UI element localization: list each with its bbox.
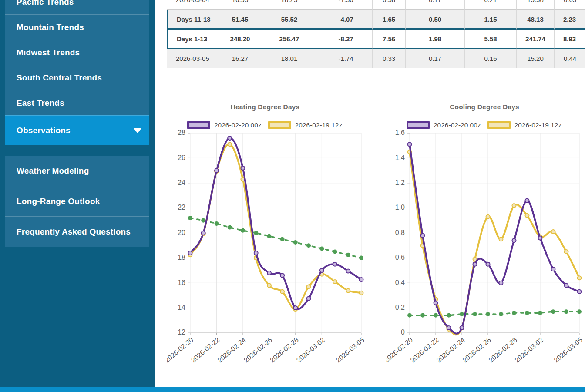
value-cell: 51.45 [221,10,259,29]
value-cell: 0.17 [406,0,465,10]
sidebar-item-long-range-outlook[interactable]: Long-Range Outlook [5,186,149,216]
svg-text:0: 0 [401,328,405,336]
value-cell: 248.20 [221,29,259,49]
svg-text:12: 12 [178,328,185,336]
value-cell: 0.16 [465,49,517,68]
sidebar-item-east-trends[interactable]: East Trends [5,90,149,115]
value-cell: 1.15 [465,10,517,29]
chevron-down-icon [134,128,141,133]
value-cell: -1.74 [319,49,373,68]
sidebar: Pacific TrendsMountain TrendsMidwest Tre… [0,0,155,387]
svg-text:0.4: 0.4 [395,279,405,286]
row-label: 2026-03-04 [167,0,221,10]
value-cell: 48.13 [517,10,555,29]
row-label: Days 11-13 [167,10,221,29]
table-row: 2026-03-0516.2718.01-1.740.330.170.1615.… [167,49,585,68]
value-cell: 2.23 [555,10,585,29]
value-cell: 0.17 [406,49,465,68]
svg-text:16: 16 [178,279,185,286]
value-cell: 15.38 [517,0,555,10]
svg-text:2026-02-24: 2026-02-24 [216,336,247,364]
row-label: 2026-03-05 [167,49,221,68]
svg-text:26: 26 [178,154,185,161]
svg-text:18: 18 [178,254,185,261]
degree-days-table-body: 2026-03-0416.9518.25-1.300.380.170.2115.… [167,0,585,68]
svg-text:2026-02-24: 2026-02-24 [435,336,466,364]
sidebar-item-weather-modeling[interactable]: Weather Modeling [5,156,149,186]
sidebar-item-label: Mountain Trends [17,23,84,32]
svg-text:0.8: 0.8 [395,229,405,236]
svg-text:14: 14 [178,304,185,311]
sidebar-item-pacific-trends[interactable]: Pacific Trends [5,0,149,14]
table-row: Days 1-13248.20256.47-8.277.561.985.5824… [167,29,585,49]
value-cell: 0.65 [555,0,585,10]
sidebar-item-label: East Trends [17,98,64,108]
value-cell: 241.74 [517,29,555,49]
value-cell: 0.33 [373,49,406,68]
sidebar-item-south-central-trends[interactable]: South Central Trends [5,65,149,90]
svg-text:1.4: 1.4 [395,154,405,161]
value-cell: 1.65 [373,10,406,29]
table-row: 2026-03-0416.9518.25-1.300.380.170.2115.… [167,0,585,10]
svg-text:0.2: 0.2 [395,304,405,311]
svg-text:2026-02-28: 2026-02-28 [269,336,300,364]
sidebar-item-label: Long-Range Outlook [17,197,100,206]
svg-text:20: 20 [178,229,185,236]
svg-text:28: 28 [178,129,185,136]
value-cell: 15.20 [517,49,555,68]
svg-text:1.0: 1.0 [395,204,405,211]
value-cell: 8.93 [555,29,585,49]
sidebar-item-label: Pacific Trends [17,0,74,7]
svg-text:1.2: 1.2 [395,179,405,186]
svg-text:2026-02-22: 2026-02-22 [190,336,221,364]
svg-text:2026-03-05: 2026-03-05 [552,336,584,364]
sidebar-item-mountain-trends[interactable]: Mountain Trends [5,14,149,40]
row-label: Days 1-13 [167,29,221,49]
svg-text:2026-02-26: 2026-02-26 [242,336,274,364]
sidebar-item-observations[interactable]: Observations [5,115,149,145]
sidebar-item-label: Frequently Asked Questions [17,227,131,237]
heating-plot-svg: 2826242220181614122026-02-202026-02-2220… [167,99,374,374]
value-cell: 7.56 [373,29,406,49]
sidebar-item-label: Weather Modeling [17,166,89,176]
sidebar-item-label: Midwest Trends [17,48,80,57]
heating-degree-days-chart: Heating Degree Days 2026-02-20 00z 2026-… [167,99,374,374]
value-cell: 0.38 [373,0,406,10]
value-cell: 256.47 [259,29,319,49]
svg-text:2026-02-28: 2026-02-28 [487,336,518,364]
svg-text:1.6: 1.6 [395,129,405,136]
svg-text:24: 24 [178,179,185,186]
value-cell: 16.27 [221,49,259,68]
value-cell: 18.25 [259,0,319,10]
sidebar-primary-nav: Pacific TrendsMountain TrendsMidwest Tre… [5,0,149,145]
svg-text:22: 22 [178,204,185,211]
svg-text:2026-02-26: 2026-02-26 [461,336,492,364]
sidebar-item-frequently-asked-questions[interactable]: Frequently Asked Questions [5,216,149,247]
sidebar-secondary-nav: Weather ModelingLong-Range OutlookFreque… [5,156,149,247]
value-cell: 18.01 [259,49,319,68]
degree-days-table: 2026-03-0416.9518.25-1.300.380.170.2115.… [167,0,585,68]
main-content: 2026-03-0416.9518.25-1.300.380.170.2115.… [155,0,585,387]
value-cell: 0.21 [465,0,517,10]
bottom-accent-bar [0,387,585,392]
value-cell: -8.27 [319,29,373,49]
value-cell: 55.52 [259,10,319,29]
value-cell: -4.07 [319,10,373,29]
value-cell: 1.98 [406,29,465,49]
sidebar-item-label: Observations [17,126,71,135]
svg-text:2026-03-02: 2026-03-02 [513,336,545,364]
value-cell: 0.50 [406,10,465,29]
table-row: Days 11-1351.4555.52-4.071.650.501.1548.… [167,10,585,29]
svg-text:2026-03-02: 2026-03-02 [295,336,326,364]
cooling-degree-days-chart: Cooling Degree Days 2026-02-20 00z 2026-… [386,99,585,374]
cooling-plot-svg: 1.61.41.21.00.80.60.40.202026-02-202026-… [386,99,585,374]
svg-text:0.6: 0.6 [395,254,405,261]
value-cell: 16.95 [221,0,259,10]
value-cell: -1.30 [319,0,373,10]
value-cell: 5.58 [465,29,517,49]
sidebar-item-label: South Central Trends [17,73,102,83]
value-cell: 0.44 [555,49,585,68]
svg-text:2026-02-22: 2026-02-22 [409,336,440,364]
svg-text:2026-03-05: 2026-03-05 [334,336,366,364]
sidebar-item-midwest-trends[interactable]: Midwest Trends [5,40,149,65]
